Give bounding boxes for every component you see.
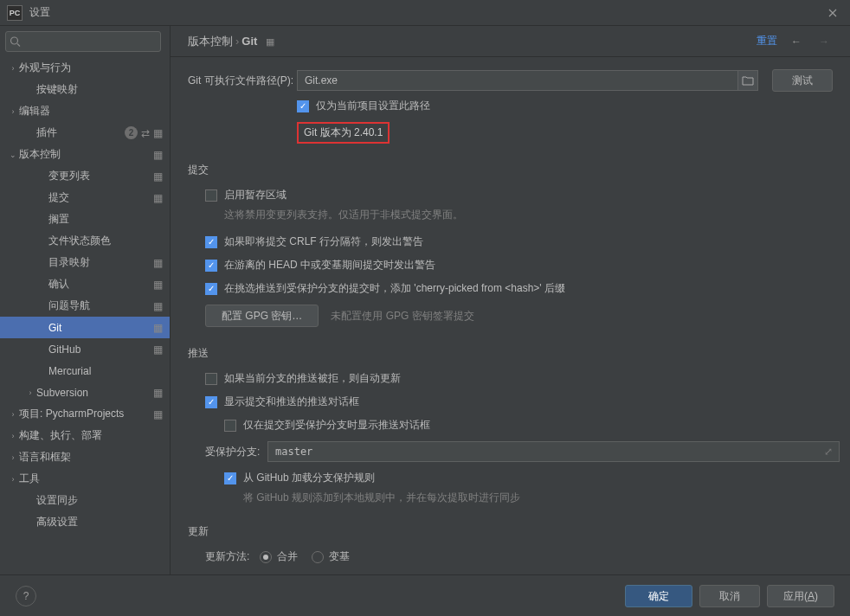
sidebar-item-label: Git bbox=[48, 322, 153, 334]
gear-icon: ▦ bbox=[153, 170, 163, 183]
git-path-label: Git 可执行文件路径(P): bbox=[188, 74, 297, 88]
sync-icon: ⇄ bbox=[141, 127, 150, 139]
only-project-checkbox[interactable] bbox=[297, 100, 309, 112]
tree-arrow-icon: › bbox=[7, 453, 19, 462]
sidebar-item-问题导航[interactable]: 问题导航▦ bbox=[0, 295, 170, 317]
git-version-text: Git 版本为 2.40.1 bbox=[297, 122, 390, 144]
sidebar-item-外观与行为[interactable]: ›外观与行为 bbox=[0, 57, 170, 79]
breadcrumb-part[interactable]: 版本控制 bbox=[188, 35, 233, 48]
sidebar-item-编辑器[interactable]: ›编辑器 bbox=[0, 100, 170, 122]
sidebar-item-label: 搁置 bbox=[48, 212, 163, 227]
show-dialog-label: 显示提交和推送的推送对话框 bbox=[224, 395, 359, 409]
sidebar-item-版本控制[interactable]: ⌄版本控制▦ bbox=[0, 144, 170, 165]
content-header: 版本控制›Git ▦ 重置 ← → bbox=[171, 26, 850, 57]
reset-link[interactable]: 重置 bbox=[757, 34, 777, 48]
gear-icon: ▦ bbox=[153, 192, 163, 204]
sidebar-item-Subversion[interactable]: ›Subversion▦ bbox=[0, 382, 170, 403]
gear-icon: ▦ bbox=[153, 343, 163, 356]
sidebar-item-按键映射[interactable]: 按键映射 bbox=[0, 79, 170, 100]
gear-icon: ▦ bbox=[153, 279, 163, 291]
search-icon bbox=[10, 36, 21, 48]
staging-desc: 这将禁用变更列表支持。仅适用于非模式提交界面。 bbox=[224, 208, 833, 222]
sidebar-item-项目: PycharmProjects[interactable]: ›项目: PycharmProjects▦ bbox=[0, 403, 170, 425]
sidebar-item-提交[interactable]: 提交▦ bbox=[0, 187, 170, 209]
sidebar-item-label: 提交 bbox=[48, 190, 153, 205]
sidebar-item-label: 文件状态颜色 bbox=[48, 234, 163, 248]
app-icon: PC bbox=[7, 5, 23, 21]
search-input[interactable] bbox=[5, 31, 161, 52]
sidebar-item-高级设置[interactable]: 高级设置 bbox=[0, 511, 170, 533]
gear-icon: ▦ bbox=[266, 36, 274, 47]
browse-folder-icon[interactable] bbox=[737, 70, 758, 91]
update-method-label: 更新方法: bbox=[205, 549, 249, 564]
sidebar-item-label: 版本控制 bbox=[19, 147, 153, 162]
help-button[interactable]: ? bbox=[16, 586, 36, 606]
gear-icon: ▦ bbox=[153, 300, 163, 312]
sidebar-item-label: 外观与行为 bbox=[19, 61, 163, 75]
detached-label: 在游离的 HEAD 中或变基期间提交时发出警告 bbox=[224, 258, 435, 273]
gear-icon: ▦ bbox=[153, 322, 163, 334]
merge-radio[interactable] bbox=[260, 551, 272, 563]
detached-checkbox[interactable] bbox=[205, 260, 217, 272]
sidebar-item-GitHub[interactable]: GitHub▦ bbox=[0, 338, 170, 360]
forward-icon[interactable]: → bbox=[815, 32, 833, 51]
crlf-checkbox[interactable] bbox=[205, 236, 217, 248]
github-rules-checkbox[interactable] bbox=[224, 472, 236, 484]
enable-staging-checkbox[interactable] bbox=[205, 189, 217, 202]
gpg-button[interactable]: 配置 GPG 密钥… bbox=[205, 305, 319, 327]
expand-icon[interactable]: ⤢ bbox=[824, 446, 833, 458]
test-button[interactable]: 测试 bbox=[772, 69, 833, 92]
only-protected-checkbox[interactable] bbox=[224, 420, 236, 432]
github-rules-label: 从 GitHub 加载分支保护规则 bbox=[243, 471, 375, 485]
apply-button[interactable]: 应用(A) bbox=[767, 585, 834, 607]
gear-icon: ▦ bbox=[153, 387, 163, 399]
sidebar-item-搁置[interactable]: 搁置 bbox=[0, 209, 170, 230]
rebase-radio[interactable] bbox=[312, 551, 324, 563]
svg-point-0 bbox=[11, 37, 18, 44]
sidebar-item-变更列表[interactable]: 变更列表▦ bbox=[0, 165, 170, 187]
sidebar-item-label: 工具 bbox=[19, 472, 163, 486]
sidebar-item-设置同步[interactable]: 设置同步 bbox=[0, 490, 170, 511]
sidebar-item-label: 按键映射 bbox=[36, 82, 163, 97]
window-title: 设置 bbox=[29, 5, 815, 20]
sidebar-item-插件[interactable]: 插件2⇄▦ bbox=[0, 122, 170, 144]
tree-arrow-icon: › bbox=[7, 475, 19, 484]
merge-label: 合并 bbox=[277, 549, 298, 564]
protected-label: 受保护分支: bbox=[205, 445, 267, 459]
sidebar-item-语言和框架[interactable]: ›语言和框架 bbox=[0, 446, 170, 468]
tree-arrow-icon: › bbox=[7, 410, 19, 419]
tree-arrow-icon: › bbox=[24, 388, 36, 397]
show-dialog-checkbox[interactable] bbox=[205, 396, 217, 408]
sidebar-item-构建、执行、部署[interactable]: ›构建、执行、部署 bbox=[0, 425, 170, 446]
sidebar-item-目录映射[interactable]: 目录映射▦ bbox=[0, 252, 170, 273]
sidebar-item-文件状态颜色[interactable]: 文件状态颜色 bbox=[0, 230, 170, 252]
sidebar-item-label: Subversion bbox=[36, 387, 153, 399]
sidebar-item-Git[interactable]: Git▦ bbox=[0, 317, 170, 338]
sidebar-item-label: 语言和框架 bbox=[19, 450, 163, 465]
badge: 2 bbox=[125, 126, 138, 139]
only-protected-label: 仅在提交到受保护分支时显示推送对话框 bbox=[243, 418, 430, 433]
auto-update-checkbox[interactable] bbox=[205, 373, 217, 385]
rebase-label: 变基 bbox=[329, 549, 350, 564]
git-path-input[interactable] bbox=[297, 70, 738, 91]
enable-staging-label: 启用暂存区域 bbox=[224, 188, 287, 202]
gear-icon: ▦ bbox=[153, 149, 163, 161]
sidebar-item-label: 变更列表 bbox=[48, 169, 153, 183]
back-icon[interactable]: ← bbox=[788, 32, 805, 51]
sidebar-item-label: 确认 bbox=[48, 277, 153, 292]
sidebar-item-label: 构建、执行、部署 bbox=[19, 428, 163, 443]
sidebar-item-Mercurial[interactable]: Mercurial bbox=[0, 360, 170, 382]
sidebar-item-label: 设置同步 bbox=[36, 493, 163, 508]
cancel-button[interactable]: 取消 bbox=[699, 585, 760, 607]
sidebar-item-确认[interactable]: 确认▦ bbox=[0, 273, 170, 295]
update-section-title: 更新 bbox=[188, 524, 833, 539]
sidebar-item-label: 项目: PycharmProjects bbox=[19, 407, 153, 421]
cherry-checkbox[interactable] bbox=[205, 283, 217, 295]
sidebar-item-工具[interactable]: ›工具 bbox=[0, 468, 170, 490]
close-icon[interactable] bbox=[815, 0, 850, 26]
tree-arrow-icon: › bbox=[7, 107, 19, 116]
breadcrumb: 版本控制›Git ▦ bbox=[188, 34, 274, 49]
tree-arrow-icon: › bbox=[7, 432, 19, 440]
ok-button[interactable]: 确定 bbox=[625, 585, 692, 607]
protected-branches-input[interactable] bbox=[267, 441, 840, 462]
